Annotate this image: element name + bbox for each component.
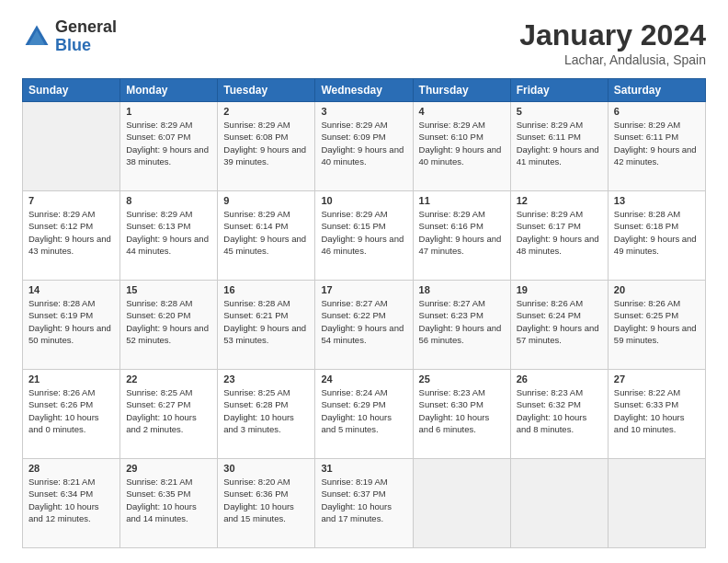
calendar-cell: 18 Sunrise: 8:27 AM Sunset: 6:23 PM Dayl… — [413, 281, 510, 370]
day-info: Sunrise: 8:21 AM Sunset: 6:35 PM Dayligh… — [126, 476, 211, 524]
logo-general: General — [55, 18, 117, 37]
day-info: Sunrise: 8:28 AM Sunset: 6:21 PM Dayligh… — [223, 297, 309, 346]
day-info: Sunrise: 8:29 AM Sunset: 6:09 PM Dayligh… — [321, 119, 406, 167]
page: General Blue January 2024 Lachar, Andalu… — [0, 0, 728, 563]
sunset-text: Sunset: 6:34 PM — [28, 488, 93, 499]
calendar-cell: 31 Sunrise: 8:19 AM Sunset: 6:37 PM Dayl… — [315, 459, 413, 548]
day-info: Sunrise: 8:29 AM Sunset: 6:11 PM Dayligh… — [614, 119, 700, 167]
day-info: Sunrise: 8:29 AM Sunset: 6:07 PM Dayligh… — [126, 119, 211, 167]
calendar-cell: 30 Sunrise: 8:20 AM Sunset: 6:36 PM Dayl… — [218, 459, 315, 548]
calendar-cell: 29 Sunrise: 8:21 AM Sunset: 6:35 PM Dayl… — [120, 459, 218, 548]
daylight-text: Daylight: 9 hours and 45 minutes. — [223, 234, 306, 256]
sunrise-text: Sunrise: 8:29 AM — [126, 120, 192, 130]
day-number: 14 — [28, 284, 114, 295]
day-number: 3 — [321, 106, 406, 117]
day-number: 27 — [614, 373, 700, 385]
day-info: Sunrise: 8:29 AM Sunset: 6:15 PM Dayligh… — [321, 208, 406, 257]
daylight-text: Daylight: 10 hours and 6 minutes. — [419, 412, 490, 434]
day-number: 13 — [614, 195, 700, 206]
sunrise-text: Sunrise: 8:21 AM — [126, 477, 192, 487]
calendar-cell: 9 Sunrise: 8:29 AM Sunset: 6:14 PM Dayli… — [218, 191, 315, 281]
daylight-text: Daylight: 10 hours and 0 minutes. — [28, 412, 99, 434]
day-number: 17 — [321, 284, 406, 295]
day-number: 31 — [321, 463, 406, 474]
weekday-header: Wednesday — [315, 79, 413, 102]
sunset-text: Sunset: 6:33 PM — [614, 399, 678, 409]
daylight-text: Daylight: 9 hours and 59 minutes. — [614, 323, 697, 345]
sunrise-text: Sunrise: 8:29 AM — [419, 209, 485, 219]
day-info: Sunrise: 8:24 AM Sunset: 6:29 PM Dayligh… — [321, 386, 406, 435]
day-info: Sunrise: 8:29 AM Sunset: 6:11 PM Dayligh… — [517, 119, 602, 167]
day-number: 23 — [223, 373, 309, 385]
sunrise-text: Sunrise: 8:27 AM — [419, 298, 485, 308]
sunrise-text: Sunrise: 8:25 AM — [223, 387, 290, 397]
calendar-cell: 1 Sunrise: 8:29 AM Sunset: 6:07 PM Dayli… — [120, 102, 218, 191]
calendar-cell — [510, 459, 608, 548]
calendar-cell: 24 Sunrise: 8:24 AM Sunset: 6:29 PM Dayl… — [315, 370, 413, 459]
day-info: Sunrise: 8:27 AM Sunset: 6:23 PM Dayligh… — [419, 297, 505, 346]
calendar-table: SundayMondayTuesdayWednesdayThursdayFrid… — [22, 78, 706, 548]
sunrise-text: Sunrise: 8:29 AM — [419, 120, 485, 130]
day-number: 5 — [517, 106, 602, 117]
day-number: 1 — [126, 106, 211, 117]
sunrise-text: Sunrise: 8:29 AM — [223, 209, 290, 219]
day-number: 7 — [28, 195, 114, 206]
weekday-header: Tuesday — [218, 79, 315, 102]
sunrise-text: Sunrise: 8:20 AM — [223, 477, 290, 487]
day-info: Sunrise: 8:19 AM Sunset: 6:37 PM Dayligh… — [321, 476, 406, 524]
calendar-cell: 13 Sunrise: 8:28 AM Sunset: 6:18 PM Dayl… — [608, 191, 705, 281]
daylight-text: Daylight: 9 hours and 44 minutes. — [126, 234, 209, 256]
day-number: 19 — [517, 284, 602, 295]
calendar-week-row: 28 Sunrise: 8:21 AM Sunset: 6:34 PM Dayl… — [23, 459, 706, 548]
sunrise-text: Sunrise: 8:29 AM — [28, 209, 95, 219]
sunrise-text: Sunrise: 8:29 AM — [614, 120, 680, 130]
daylight-text: Daylight: 10 hours and 10 minutes. — [614, 412, 685, 434]
day-number: 16 — [223, 284, 309, 295]
day-info: Sunrise: 8:21 AM Sunset: 6:34 PM Dayligh… — [28, 476, 114, 524]
daylight-text: Daylight: 9 hours and 54 minutes. — [321, 323, 404, 345]
day-info: Sunrise: 8:29 AM Sunset: 6:13 PM Dayligh… — [126, 208, 211, 257]
calendar-cell: 6 Sunrise: 8:29 AM Sunset: 6:11 PM Dayli… — [608, 102, 705, 191]
sunrise-text: Sunrise: 8:19 AM — [321, 477, 387, 487]
sunrise-text: Sunrise: 8:29 AM — [517, 120, 583, 130]
sunset-text: Sunset: 6:11 PM — [614, 132, 678, 142]
calendar-cell: 8 Sunrise: 8:29 AM Sunset: 6:13 PM Dayli… — [120, 191, 218, 281]
daylight-text: Daylight: 9 hours and 46 minutes. — [321, 234, 404, 256]
sunset-text: Sunset: 6:09 PM — [321, 132, 385, 142]
day-info: Sunrise: 8:26 AM Sunset: 6:24 PM Dayligh… — [517, 297, 602, 346]
calendar-cell: 14 Sunrise: 8:28 AM Sunset: 6:19 PM Dayl… — [23, 281, 120, 370]
calendar-cell — [608, 459, 705, 548]
sunset-text: Sunset: 6:20 PM — [126, 310, 190, 320]
calendar-cell: 23 Sunrise: 8:25 AM Sunset: 6:28 PM Dayl… — [218, 370, 315, 459]
sunset-text: Sunset: 6:29 PM — [321, 399, 385, 409]
sunset-text: Sunset: 6:25 PM — [614, 310, 678, 320]
header: General Blue January 2024 Lachar, Andalu… — [22, 18, 706, 67]
daylight-text: Daylight: 9 hours and 57 minutes. — [517, 323, 599, 345]
calendar-cell: 5 Sunrise: 8:29 AM Sunset: 6:11 PM Dayli… — [510, 102, 608, 191]
day-number: 2 — [223, 106, 309, 117]
daylight-text: Daylight: 9 hours and 56 minutes. — [419, 323, 502, 345]
calendar-week-row: 7 Sunrise: 8:29 AM Sunset: 6:12 PM Dayli… — [23, 191, 706, 281]
sunrise-text: Sunrise: 8:23 AM — [419, 387, 485, 397]
calendar-cell: 4 Sunrise: 8:29 AM Sunset: 6:10 PM Dayli… — [413, 102, 510, 191]
daylight-text: Daylight: 10 hours and 8 minutes. — [517, 412, 587, 434]
sunset-text: Sunset: 6:12 PM — [28, 221, 93, 231]
day-number: 21 — [28, 373, 114, 385]
day-number: 8 — [126, 195, 211, 206]
sunrise-text: Sunrise: 8:28 AM — [614, 209, 680, 219]
sunrise-text: Sunrise: 8:26 AM — [28, 387, 95, 397]
daylight-text: Daylight: 9 hours and 41 minutes. — [517, 144, 599, 167]
calendar-cell — [23, 102, 120, 191]
daylight-text: Daylight: 9 hours and 42 minutes. — [614, 144, 697, 167]
day-info: Sunrise: 8:25 AM Sunset: 6:28 PM Dayligh… — [223, 386, 309, 435]
sunrise-text: Sunrise: 8:29 AM — [517, 209, 583, 219]
day-number: 20 — [614, 284, 700, 295]
daylight-text: Daylight: 9 hours and 47 minutes. — [419, 234, 502, 256]
logo-blue: Blue — [55, 37, 117, 55]
sunset-text: Sunset: 6:27 PM — [126, 399, 190, 409]
calendar-cell: 26 Sunrise: 8:23 AM Sunset: 6:32 PM Dayl… — [510, 370, 608, 459]
daylight-text: Daylight: 9 hours and 40 minutes. — [419, 144, 502, 167]
daylight-text: Daylight: 10 hours and 12 minutes. — [28, 501, 99, 523]
day-info: Sunrise: 8:27 AM Sunset: 6:22 PM Dayligh… — [321, 297, 406, 346]
sunset-text: Sunset: 6:08 PM — [223, 132, 288, 142]
